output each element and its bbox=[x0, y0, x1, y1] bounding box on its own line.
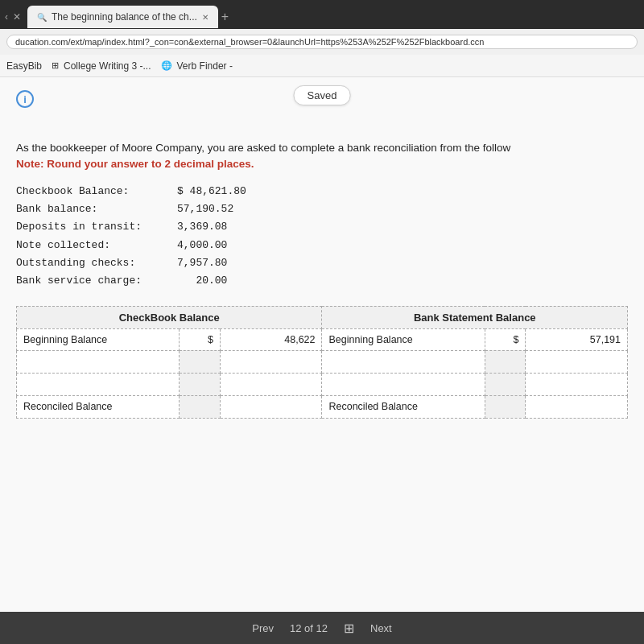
data-row-bank: Bank balance: 57,190.52 bbox=[16, 200, 628, 218]
left-currency-1: $ bbox=[180, 328, 221, 350]
college-writing-label: College Writing 3 -... bbox=[64, 60, 151, 72]
data-section: Checkbook Balance: $ 48,621.80 Bank bala… bbox=[16, 183, 628, 290]
right-reconciled-input[interactable] bbox=[532, 401, 621, 413]
left-beginning-label: Beginning Balance bbox=[17, 328, 180, 350]
label-checkbook: Checkbook Balance: bbox=[16, 183, 177, 200]
right-currency-4 bbox=[485, 395, 526, 418]
bookmark-easybib[interactable]: EasyBib bbox=[6, 60, 42, 72]
value-outstanding: 7,957.80 bbox=[177, 254, 227, 272]
left-reconciled-label: Reconciled Balance bbox=[17, 395, 180, 418]
left-reconciled-value[interactable] bbox=[220, 395, 322, 418]
label-bank: Bank balance: bbox=[16, 200, 177, 218]
left-value-input-2[interactable] bbox=[220, 350, 322, 373]
address-bar[interactable]: ducation.com/ext/map/index.html?_con=con… bbox=[6, 35, 638, 49]
prev-button[interactable]: Prev bbox=[252, 622, 274, 634]
left-value-3[interactable] bbox=[227, 378, 316, 390]
right-value-2[interactable] bbox=[532, 356, 621, 368]
table-row bbox=[17, 350, 628, 373]
right-currency-3 bbox=[485, 373, 526, 395]
tab-close-button[interactable]: ✕ bbox=[202, 13, 208, 22]
data-row-note: Note collected: 4,000.00 bbox=[16, 237, 628, 254]
bottom-nav: Prev 12 of 12 ⊞ Next bbox=[0, 612, 644, 644]
left-value-2[interactable] bbox=[227, 356, 316, 368]
data-row-service: Bank service charge: 20.00 bbox=[16, 272, 628, 290]
checkbook-header: CheckBook Balance bbox=[17, 306, 322, 328]
left-currency-2 bbox=[180, 350, 221, 373]
info-icon: i bbox=[16, 90, 34, 108]
problem-intro: As the bookkeeper of Moore Company, you … bbox=[16, 140, 628, 156]
tab-search-icon: 🔍 bbox=[37, 13, 47, 22]
tab-bar: ‹ ✕ 🔍 The beginning balance of the ch...… bbox=[0, 0, 644, 29]
grid-icon[interactable]: ⊞ bbox=[344, 621, 354, 636]
active-tab[interactable]: 🔍 The beginning balance of the ch... ✕ bbox=[27, 6, 218, 28]
close-button[interactable]: ✕ bbox=[13, 11, 21, 23]
left-currency-3 bbox=[180, 373, 221, 395]
left-label-input-2[interactable] bbox=[23, 356, 172, 368]
verb-finder-icon: 🌐 bbox=[161, 60, 172, 71]
next-button[interactable]: Next bbox=[370, 622, 392, 634]
right-value-input-3[interactable] bbox=[526, 373, 628, 395]
left-beginning-value: 48,622 bbox=[220, 328, 322, 350]
tab-controls: ‹ ✕ bbox=[5, 11, 21, 23]
value-bank: 57,190.52 bbox=[177, 200, 233, 218]
left-input-label-2[interactable] bbox=[17, 350, 180, 373]
value-deposits: 3,369.08 bbox=[177, 218, 227, 236]
right-value-3[interactable] bbox=[532, 378, 621, 390]
label-outstanding: Outstanding checks: bbox=[16, 254, 177, 272]
right-label-input-2[interactable] bbox=[328, 356, 477, 368]
new-tab-button[interactable]: + bbox=[221, 10, 229, 24]
right-currency-1: $ bbox=[485, 328, 526, 350]
table-row: Reconciled Balance Reconciled Balance bbox=[17, 395, 628, 418]
tab-label: The beginning balance of the ch... bbox=[52, 11, 197, 23]
right-input-label-3[interactable] bbox=[322, 373, 485, 395]
verb-finder-label: Verb Finder - bbox=[177, 60, 233, 72]
reconciliation-table: CheckBook Balance Bank Statement Balance… bbox=[16, 306, 628, 419]
table-row: Beginning Balance $ 48,622 Beginning Bal… bbox=[17, 328, 628, 350]
right-reconciled-value[interactable] bbox=[526, 395, 628, 418]
page-indicator: 12 of 12 bbox=[290, 622, 328, 634]
data-row-outstanding: Outstanding checks: 7,957.80 bbox=[16, 254, 628, 272]
left-label-input-3[interactable] bbox=[23, 378, 172, 390]
data-row-checkbook: Checkbook Balance: $ 48,621.80 bbox=[16, 183, 628, 200]
saved-badge: Saved bbox=[294, 85, 351, 105]
right-currency-2 bbox=[485, 350, 526, 373]
right-reconciled-label: Reconciled Balance bbox=[322, 395, 485, 418]
left-reconciled-input[interactable] bbox=[227, 401, 316, 413]
right-input-label-2[interactable] bbox=[322, 350, 485, 373]
bank-header: Bank Statement Balance bbox=[322, 306, 628, 328]
browser-chrome: ‹ ✕ 🔍 The beginning balance of the ch...… bbox=[0, 0, 644, 77]
college-writing-icon: ⊞ bbox=[52, 60, 59, 71]
address-bar-row: ducation.com/ext/map/index.html?_con=con… bbox=[0, 29, 644, 55]
right-value-input-2[interactable] bbox=[526, 350, 628, 373]
bookmarks-bar: EasyBib ⊞ College Writing 3 -... 🌐 Verb … bbox=[0, 55, 644, 77]
right-beginning-label: Beginning Balance bbox=[322, 328, 485, 350]
label-service: Bank service charge: bbox=[16, 272, 177, 290]
value-checkbook: $ 48,621.80 bbox=[177, 183, 246, 200]
right-label-input-3[interactable] bbox=[328, 378, 477, 390]
label-note: Note collected: bbox=[16, 237, 177, 254]
right-beginning-value: 57,191 bbox=[526, 328, 628, 350]
left-input-label-3[interactable] bbox=[17, 373, 180, 395]
page-content: Saved i As the bookkeeper of Moore Compa… bbox=[0, 77, 644, 612]
value-note: 4,000.00 bbox=[177, 237, 227, 254]
bookmark-verb-finder[interactable]: 🌐 Verb Finder - bbox=[161, 60, 233, 72]
left-value-input-3[interactable] bbox=[220, 373, 322, 395]
easybib-label: EasyBib bbox=[6, 60, 42, 72]
bookmark-college-writing[interactable]: ⊞ College Writing 3 -... bbox=[52, 60, 151, 72]
left-currency-4 bbox=[180, 395, 221, 418]
note-text: Note: Round your answer to 2 decimal pla… bbox=[16, 158, 628, 170]
back-button[interactable]: ‹ bbox=[5, 11, 8, 23]
table-row bbox=[17, 373, 628, 395]
value-service: 20.00 bbox=[177, 272, 227, 290]
data-row-deposits: Deposits in transit: 3,369.08 bbox=[16, 218, 628, 236]
label-deposits: Deposits in transit: bbox=[16, 218, 177, 236]
